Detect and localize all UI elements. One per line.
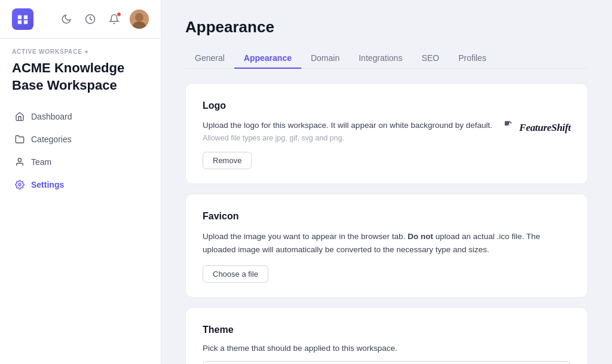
workspace-name: ACME Knowledge Base Workspace (0, 57, 161, 106)
tab-appearance[interactable]: Appearance (234, 48, 301, 69)
theme-desc: Pick a theme that should be applied to t… (203, 344, 571, 353)
person-icon (14, 157, 25, 167)
notifications-icon[interactable] (106, 11, 123, 27)
svg-point-5 (19, 183, 21, 186)
remove-logo-button[interactable]: Remove (203, 152, 252, 169)
logo-text-area: Upload the logo for this workspace. It w… (203, 120, 503, 169)
notification-badge (117, 12, 121, 17)
tab-seo[interactable]: SEO (412, 48, 449, 69)
workspace-chevron-icon[interactable]: ▾ (85, 49, 88, 55)
sidebar-item-label: Dashboard (31, 112, 72, 121)
theme-card-title: Theme (203, 325, 571, 335)
svg-point-2 (135, 13, 143, 22)
favicon-card: Favicon Upload the image you want to app… (185, 194, 588, 298)
folder-icon (14, 134, 25, 145)
theme-card: Theme Pick a theme that should be applie… (185, 307, 588, 364)
tabs-bar: General Appearance Domain Integrations S… (185, 48, 588, 69)
history-icon[interactable] (82, 11, 99, 27)
logo-area: Upload the logo for this workspace. It w… (203, 120, 571, 169)
featureshift-logo-text: FeatureShift (519, 122, 571, 134)
tab-general[interactable]: General (185, 48, 234, 69)
logo-card: Logo Upload the logo for this workspace.… (185, 83, 588, 184)
avatar[interactable] (130, 10, 149, 29)
top-icons (58, 10, 149, 29)
logo-desc-sub: Allowed file types are jpg, gif, svg and… (203, 134, 503, 142)
sidebar-item-label: Settings (31, 180, 64, 189)
sidebar-top-bar (0, 0, 161, 39)
workspace-label: ACTIVE WORKSPACE ▾ (0, 39, 161, 57)
page-title: Appearance (185, 18, 588, 36)
tab-profiles[interactable]: Profiles (449, 48, 496, 69)
choose-file-button[interactable]: Choose a file (203, 265, 268, 283)
favicon-card-title: Favicon (203, 211, 571, 222)
featureshift-logo-icon (503, 120, 516, 136)
sidebar-item-team[interactable]: Team (7, 151, 154, 173)
nav-menu: Dashboard Categories Team (0, 106, 161, 195)
sidebar-item-dashboard[interactable]: Dashboard (7, 106, 154, 127)
sidebar: ACTIVE WORKSPACE ▾ ACME Knowledge Base W… (0, 0, 161, 364)
tab-domain[interactable]: Domain (301, 48, 349, 69)
theme-select-wrapper: Documentation ▾ (203, 361, 571, 364)
app-logo[interactable] (12, 8, 33, 30)
tab-integrations[interactable]: Integrations (349, 48, 412, 69)
svg-point-4 (18, 158, 21, 161)
favicon-desc: Upload the image you want to appear in t… (203, 230, 571, 256)
logo-desc: Upload the logo for this workspace. It w… (203, 120, 503, 131)
main-content: Appearance General Appearance Domain Int… (161, 0, 612, 364)
sidebar-item-categories[interactable]: Categories (7, 129, 154, 150)
dark-mode-icon[interactable] (58, 11, 75, 27)
gear-icon (14, 179, 25, 190)
logo-card-title: Logo (203, 100, 571, 111)
sidebar-item-label: Team (31, 157, 51, 167)
house-icon (14, 111, 25, 122)
logo-preview: FeatureShift (503, 120, 571, 136)
sidebar-item-settings[interactable]: Settings (7, 174, 154, 195)
sidebar-item-label: Categories (31, 134, 72, 144)
theme-select[interactable]: Documentation (203, 361, 571, 364)
